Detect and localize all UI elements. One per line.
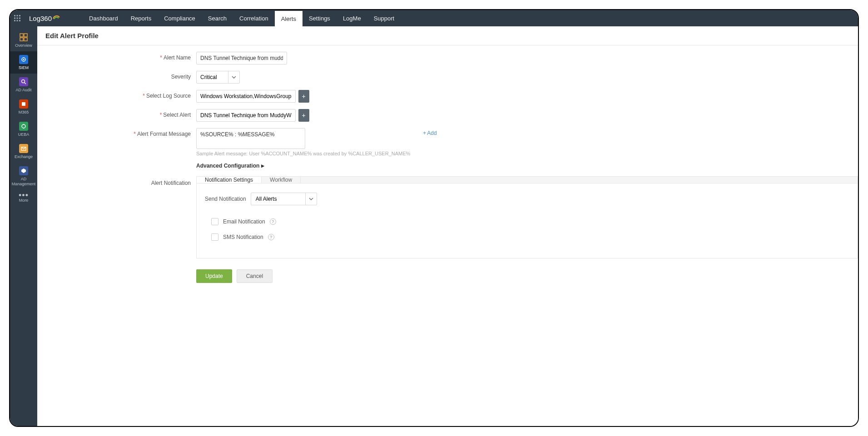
brand-text: Log360: [29, 15, 52, 22]
alert-name-input[interactable]: [196, 52, 287, 64]
nav-logme[interactable]: LogMe: [337, 10, 367, 26]
sidebar-item-ueba[interactable]: UEBA: [10, 118, 37, 140]
required-asterisk: *: [143, 93, 145, 99]
add-alert-button[interactable]: +: [298, 109, 309, 122]
format-message-textarea[interactable]: [196, 128, 305, 149]
alert-form: *Alert Name Severity Critical: [37, 45, 858, 283]
sidebar-label: UEBA: [18, 132, 30, 137]
overview-icon: [19, 33, 28, 42]
advanced-config-toggle[interactable]: Advanced Configuration ▶: [196, 163, 858, 169]
svg-rect-10: [24, 34, 27, 37]
email-notification-checkbox[interactable]: [211, 218, 218, 225]
sidebar-label: More: [19, 198, 29, 203]
svg-rect-17: [22, 102, 25, 106]
exchange-icon: [19, 144, 28, 153]
help-icon[interactable]: ?: [268, 234, 274, 240]
sidebar-item-overview[interactable]: Overview: [10, 29, 37, 51]
page-title: Edit Alert Profile: [45, 32, 850, 40]
sample-message-text: Sample Alert message: User %ACCOUNT_NAME…: [196, 151, 410, 156]
svg-rect-4: [17, 18, 18, 19]
email-notification-label: Email Notification: [223, 218, 265, 225]
sidebar-item-m365[interactable]: M365: [10, 96, 37, 118]
log-source-label: Select Log Source: [146, 93, 191, 99]
adaudit-icon: [19, 77, 28, 86]
nav-dashboard[interactable]: Dashboard: [83, 10, 124, 26]
more-icon: •••: [19, 194, 29, 197]
tab-workflow[interactable]: Workflow: [262, 177, 301, 183]
sidebar-item-admgmt[interactable]: AD Management: [10, 163, 37, 190]
tab-notification-settings[interactable]: Notification Settings: [197, 177, 262, 183]
required-asterisk: *: [134, 131, 136, 137]
help-icon[interactable]: ?: [270, 218, 276, 225]
log-source-field[interactable]: Windows Workstation,WindowsGroup: [196, 90, 296, 103]
triangle-right-icon: ▶: [261, 164, 264, 168]
svg-rect-0: [14, 15, 15, 16]
cancel-button[interactable]: Cancel: [237, 269, 273, 283]
m365-icon: [19, 99, 28, 109]
svg-rect-3: [14, 18, 15, 19]
sidebar-item-exchange[interactable]: Exchange: [10, 140, 37, 163]
sidebar-label: AD Management: [10, 177, 37, 187]
sidebar-label: Overview: [15, 43, 32, 48]
svg-rect-9: [20, 34, 23, 37]
sidebar-item-siem[interactable]: SIEM: [10, 51, 37, 74]
svg-rect-1: [17, 15, 18, 16]
brand-logo[interactable]: Log360: [25, 15, 64, 22]
advanced-label: Advanced Configuration: [196, 163, 259, 169]
chevron-down-icon: [306, 198, 317, 200]
sms-notification-checkbox[interactable]: [211, 233, 218, 241]
nav-settings[interactable]: Settings: [303, 10, 337, 26]
sidebar-item-adaudit[interactable]: AD Audit: [10, 74, 37, 96]
svg-point-14: [23, 59, 25, 60]
sidebar: Overview SIEM AD Audit M365: [10, 26, 37, 426]
chevron-down-icon: [228, 76, 239, 79]
apps-icon[interactable]: [10, 10, 25, 26]
content-area: Edit Alert Profile *Alert Name Severity …: [37, 26, 858, 426]
required-asterisk: *: [160, 54, 162, 61]
send-notification-select[interactable]: All Alerts: [251, 193, 317, 205]
alert-notification-label: Alert Notification: [37, 176, 196, 186]
select-alert-field[interactable]: DNS Tunnel Technique from MuddyW: [196, 109, 296, 122]
update-button[interactable]: Update: [196, 269, 232, 283]
main-nav: Dashboard Reports Compliance Search Corr…: [83, 10, 401, 26]
sidebar-label: Exchange: [15, 154, 33, 159]
alert-name-label: Alert Name: [164, 54, 191, 61]
nav-search[interactable]: Search: [202, 10, 233, 26]
format-message-label: Alert Format Message: [137, 131, 191, 137]
nav-support[interactable]: Support: [367, 10, 401, 26]
svg-marker-22: [21, 168, 26, 173]
topbar: Log360 Dashboard Reports Compliance Sear…: [10, 10, 858, 26]
svg-rect-5: [19, 18, 20, 19]
nav-compliance[interactable]: Compliance: [158, 10, 202, 26]
select-alert-label: Select Alert: [163, 112, 191, 118]
add-link-text: Add: [427, 130, 436, 136]
nav-alerts[interactable]: Alerts: [275, 10, 303, 26]
required-asterisk: *: [160, 112, 162, 118]
severity-value: Critical: [197, 71, 228, 83]
svg-point-18: [22, 124, 25, 128]
nav-correlation[interactable]: Correlation: [233, 10, 275, 26]
svg-rect-7: [17, 20, 18, 21]
sidebar-label: AD Audit: [15, 88, 31, 92]
sms-notification-label: SMS Notification: [223, 234, 263, 240]
svg-rect-6: [14, 20, 15, 21]
notification-tabs: Notification Settings Workflow: [196, 176, 858, 183]
svg-rect-12: [24, 38, 27, 41]
send-notification-value: All Alerts: [251, 193, 306, 205]
severity-select[interactable]: Critical: [196, 71, 240, 84]
nav-reports[interactable]: Reports: [124, 10, 158, 26]
siem-icon: [19, 55, 28, 64]
sidebar-label: M365: [19, 110, 29, 114]
brand-arc-icon: [53, 13, 60, 21]
svg-rect-19: [23, 124, 24, 125]
svg-rect-2: [19, 15, 20, 16]
sidebar-item-more[interactable]: ••• More: [10, 190, 37, 206]
svg-point-15: [22, 80, 25, 83]
add-log-source-button[interactable]: +: [298, 90, 309, 103]
svg-rect-8: [19, 20, 20, 21]
severity-label: Severity: [171, 74, 191, 80]
svg-rect-11: [20, 38, 23, 41]
add-format-link[interactable]: +Add: [423, 130, 436, 136]
svg-line-16: [25, 83, 26, 84]
notification-tab-body: Send Notification All Alerts Email Notif…: [196, 183, 858, 258]
